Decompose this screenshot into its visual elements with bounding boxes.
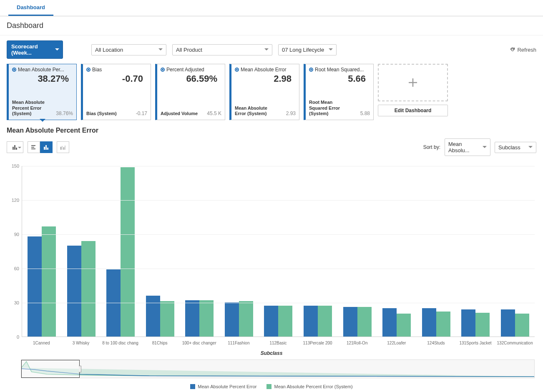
x-tick-label: 113Percale 200 [298, 341, 337, 345]
y-tick-label: 120 [12, 198, 19, 203]
bar-chart-icon [43, 144, 49, 150]
metric-card[interactable]: Mean Absolute Per... 38.27% Mean Absolut… [7, 64, 77, 120]
chevron-down-icon [264, 48, 269, 53]
svg-rect-8 [47, 148, 48, 150]
y-tick-label: 150 [12, 163, 19, 168]
svg-rect-2 [16, 148, 17, 150]
bar-series1[interactable] [225, 302, 239, 337]
view-bar-button[interactable] [40, 141, 53, 153]
page-title: Dashboard [0, 16, 543, 35]
bar-series1[interactable] [304, 306, 318, 337]
x-tick-label: 1Canned [22, 341, 61, 345]
svg-rect-6 [44, 147, 45, 150]
metric-card[interactable]: Root Mean Squared... 5.66 Root Mean Squa… [304, 64, 374, 120]
card-value: 66.59% [161, 73, 221, 84]
bar-group [337, 166, 377, 337]
chevron-down-icon [329, 48, 333, 53]
bar-group [219, 166, 259, 337]
bar-series2[interactable] [239, 301, 253, 337]
bar-group [180, 166, 219, 337]
card-title-text: Mean Absolute Error [241, 67, 286, 73]
tabstrip: Dashboard [0, 0, 543, 16]
metric-card[interactable]: Mean Absolute Error 2.98 Mean Absolute E… [229, 64, 299, 120]
selected-caret-icon [40, 119, 45, 125]
grouped-bar-icon [60, 144, 66, 150]
bar-series1[interactable] [185, 300, 199, 337]
dimension-dropdown[interactable]: Subclass [495, 142, 536, 153]
bar-series2[interactable] [160, 301, 174, 337]
view-list-button[interactable] [28, 141, 40, 153]
view-grouped-button[interactable] [57, 141, 69, 153]
bars-container [22, 166, 535, 337]
bar-series2[interactable] [318, 306, 332, 337]
grid-line [22, 166, 535, 166]
bar-series2[interactable] [357, 307, 372, 337]
grid-line [22, 234, 535, 235]
metric-card[interactable]: Percent Adjusted 66.59% Adjusted Volume … [155, 64, 225, 120]
add-card-button[interactable] [378, 64, 448, 101]
bar-series1[interactable] [146, 296, 160, 337]
card-title-text: Percent Adjusted [166, 67, 204, 73]
scorecard-dropdown[interactable]: Scorecard (Week... [7, 40, 63, 59]
bar-group [101, 166, 141, 337]
refresh-label: Refresh [517, 47, 536, 53]
bar-series2[interactable] [42, 226, 56, 337]
bar-series1[interactable] [67, 246, 81, 337]
plot-area [22, 166, 535, 337]
product-value: All Product [176, 47, 202, 53]
overview-selection-handle[interactable] [21, 360, 80, 378]
bar-series2[interactable] [81, 241, 96, 337]
bar-series1[interactable] [382, 308, 397, 337]
bar-series1[interactable] [501, 309, 515, 337]
legend-item-series2: Mean Absolute Percent Error (System) [266, 384, 352, 389]
legend-swatch [190, 384, 195, 389]
bar-series1[interactable] [461, 309, 475, 337]
svg-rect-9 [60, 147, 61, 150]
bar-series2[interactable] [397, 314, 411, 337]
x-tick-label: 121Roll-On [337, 341, 377, 345]
lifecycle-dropdown[interactable]: 07 Long Lifecycle [278, 44, 337, 55]
y-tick-label: 0 [17, 334, 19, 339]
location-dropdown[interactable]: All Location [91, 44, 166, 55]
y-axis: 0306090120150 [8, 166, 21, 337]
chart-area: 0306090120150 1Canned3 Whisky8 to 100 di… [8, 166, 535, 349]
chevron-down-icon [528, 146, 533, 150]
chart-type-dropdown[interactable] [7, 141, 23, 153]
svg-rect-12 [65, 146, 65, 150]
tab-dashboard[interactable]: Dashboard [8, 0, 53, 16]
bar-series2[interactable] [278, 306, 292, 337]
product-dropdown[interactable]: All Product [172, 44, 272, 55]
bar-series2[interactable] [121, 167, 135, 337]
svg-rect-10 [62, 146, 63, 150]
bar-group [22, 166, 62, 337]
bar-series2[interactable] [475, 313, 490, 337]
metric-card[interactable]: Bias -0.70 Bias (System) -0.17 [81, 64, 151, 120]
bar-series1[interactable] [28, 236, 42, 337]
overview-scroller[interactable] [21, 359, 535, 378]
card-sub-label: Root Mean Squared Error (System) [309, 100, 351, 116]
bar-series1[interactable] [264, 306, 278, 337]
x-tick-label: 111Fashion [219, 341, 259, 345]
legend-swatch [266, 384, 272, 389]
legend-item-series1: Mean Absolute Percent Error [190, 384, 256, 389]
bar-series1[interactable] [422, 308, 436, 337]
grid-line [22, 303, 535, 303]
sort-by-dropdown[interactable]: Mean Absolu... [445, 138, 490, 156]
bar-series2[interactable] [436, 312, 450, 337]
svg-rect-4 [31, 147, 34, 148]
radio-icon [235, 68, 239, 72]
edit-dashboard-button[interactable]: Edit Dashboard [378, 105, 448, 116]
legend: Mean Absolute Percent Error Mean Absolut… [0, 378, 543, 392]
card-sub-label: Mean Absolute Percent Error (System) [12, 100, 53, 116]
card-sub-value: 45.5 K [207, 111, 221, 116]
bar-series2[interactable] [515, 314, 529, 337]
refresh-button[interactable]: Refresh [510, 47, 536, 53]
bar-series2[interactable] [199, 300, 214, 337]
svg-rect-5 [31, 148, 35, 149]
bar-group [62, 166, 101, 337]
y-tick-label: 60 [14, 266, 19, 271]
x-tick-label: 131Sports Jacket [456, 341, 495, 345]
card-title-text: Mean Absolute Per... [18, 67, 64, 73]
card-value: 2.98 [235, 73, 296, 84]
bar-series1[interactable] [343, 307, 357, 337]
